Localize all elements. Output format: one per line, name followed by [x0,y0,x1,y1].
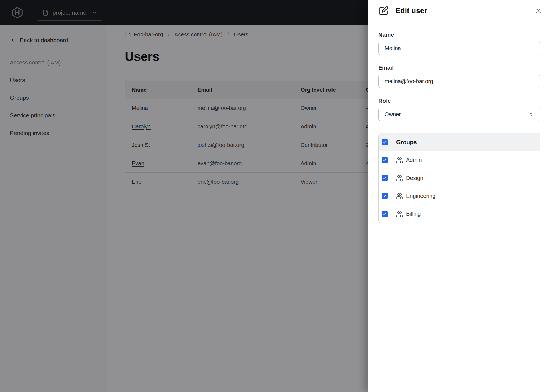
name-field-label: Name [378,31,540,38]
role-field-label: Role [378,98,540,104]
edit-icon [378,6,389,16]
group-checkbox-billing[interactable] [382,211,388,217]
group-checkbox-admin[interactable] [382,157,388,163]
check-icon [383,212,387,216]
email-field-label: Email [378,64,540,71]
drawer-body: Name Email Role Owner [368,22,551,223]
role-select-value: Owner [385,111,401,118]
role-select[interactable]: Owner [378,108,540,121]
users-group-icon [396,157,403,163]
check-icon [383,194,387,198]
close-icon [535,7,542,15]
groups-panel-title: Groups [396,139,417,145]
email-input[interactable] [378,75,540,88]
group-label: Design [406,175,423,181]
group-checkbox-engineering[interactable] [382,193,388,199]
group-row-billing: Billing [379,205,540,223]
group-checkbox-design[interactable] [382,175,388,181]
edit-user-drawer: Edit user Name Email Role Owner [368,0,551,392]
close-button[interactable] [533,6,544,17]
drawer-header: Edit user [368,0,551,22]
select-stepper-icon [528,112,534,117]
group-row-design: Design [379,169,540,187]
group-row-admin: Admin [379,151,540,169]
check-icon [383,176,387,180]
users-group-icon [396,175,403,181]
users-group-icon [396,193,403,199]
groups-panel-header: Groups [379,133,540,151]
users-group-icon [396,211,403,217]
group-label: Engineering [406,193,436,199]
check-icon [383,140,387,144]
select-all-groups-checkbox[interactable] [382,139,388,145]
check-icon [383,158,387,162]
group-label: Billing [406,211,421,217]
groups-panel: Groups [378,133,540,223]
name-input[interactable] [378,42,540,55]
group-label: Admin [406,157,422,163]
drawer-title: Edit user [395,7,427,15]
group-row-engineering: Engineering [379,187,540,205]
